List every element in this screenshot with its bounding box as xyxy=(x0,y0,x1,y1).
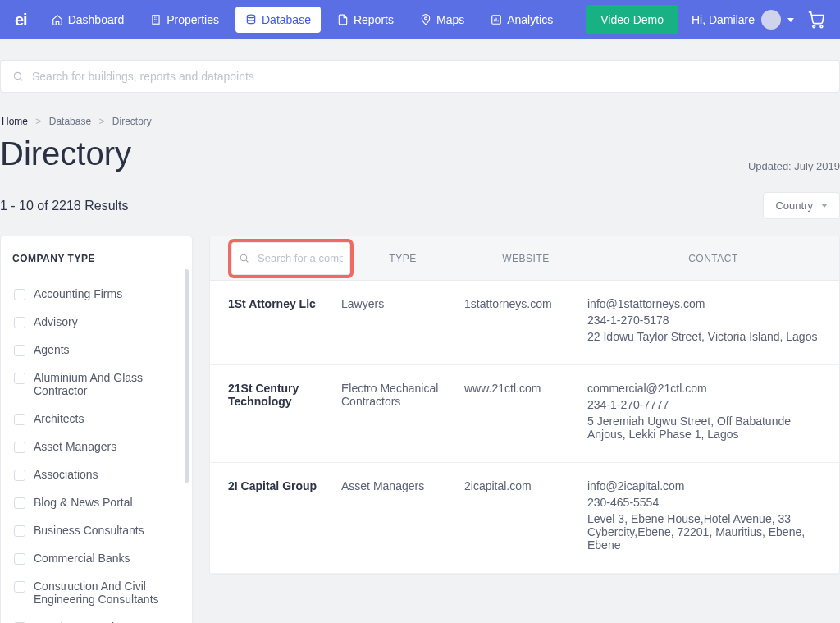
filter-item[interactable]: Development Finance xyxy=(12,613,180,623)
filter-label: Aluminium And Glass Contractor xyxy=(34,371,179,397)
filter-checkbox[interactable] xyxy=(14,289,25,300)
global-search-input[interactable] xyxy=(32,70,828,83)
filter-checkbox[interactable] xyxy=(14,470,25,481)
nav-right: Video Demo Hi, Damilare xyxy=(586,5,825,34)
user-greeting: Hi, Damilare xyxy=(692,13,755,26)
scrollbar-thumb[interactable] xyxy=(185,269,189,483)
chevron-right-icon: > xyxy=(35,116,41,127)
filter-checkbox[interactable] xyxy=(14,317,25,328)
filter-label: Blog & News Portal xyxy=(34,496,133,509)
filter-item[interactable]: Accounting Firms xyxy=(12,280,180,308)
filter-checkbox[interactable] xyxy=(14,497,25,509)
page-title: Directory xyxy=(0,135,131,172)
svg-rect-0 xyxy=(153,16,159,25)
nav-properties[interactable]: Properties xyxy=(140,7,229,33)
company-website[interactable]: www.21ctl.com xyxy=(464,382,587,395)
svg-point-5 xyxy=(820,25,823,28)
company-website[interactable]: 1stattorneys.com xyxy=(464,297,587,310)
filter-checkbox[interactable] xyxy=(14,373,25,384)
document-icon xyxy=(337,14,349,25)
company-website[interactable]: 2icapital.com xyxy=(464,479,587,492)
filter-item[interactable]: Advisory xyxy=(12,308,180,336)
filter-checkbox[interactable] xyxy=(14,442,25,453)
filter-checkbox[interactable] xyxy=(14,553,25,565)
contact-address: 5 Jeremiah Ugwu Street, Off Babatunde An… xyxy=(587,415,823,441)
svg-point-4 xyxy=(813,25,815,28)
chart-icon xyxy=(491,14,502,25)
company-name: 1St Attorney Llc xyxy=(210,297,341,310)
filter-item[interactable]: Construction And Civil Engineering Consu… xyxy=(12,572,180,613)
top-nav: ei Dashboard Properties Database Reports xyxy=(0,0,840,39)
filter-item[interactable]: Commercial Banks xyxy=(12,544,180,572)
nav-maps[interactable]: Maps xyxy=(410,7,474,33)
nav-analytics[interactable]: Analytics xyxy=(481,7,563,33)
scrollbar-track[interactable] xyxy=(185,269,189,623)
company-search-cell xyxy=(231,242,350,275)
filter-checkbox[interactable] xyxy=(14,525,25,537)
filter-list[interactable]: Accounting FirmsAdvisoryAgentsAluminium … xyxy=(12,280,180,623)
video-demo-button[interactable]: Video Demo xyxy=(586,5,678,34)
company-type: Lawyers xyxy=(341,297,464,310)
filter-checkbox[interactable] xyxy=(14,345,25,356)
main-content: COMPANY TYPE Accounting FirmsAdvisoryAge… xyxy=(0,236,840,623)
nav-items: Dashboard Properties Database Reports Ma… xyxy=(42,7,564,33)
company-contact: info@2icapital.com230-465-5554Level 3, E… xyxy=(587,479,839,555)
contact-phone: 234-1-270-5178 xyxy=(587,314,823,327)
title-bar: Directory Updated: July 2019 xyxy=(0,135,840,172)
table-row[interactable]: 2I Capital GroupAsset Managers2icapital.… xyxy=(210,463,839,574)
filter-item[interactable]: Agents xyxy=(12,336,180,364)
global-search-bar xyxy=(0,60,840,93)
company-type: Asset Managers xyxy=(341,479,464,492)
contact-email[interactable]: info@1stattorneys.com xyxy=(587,297,823,310)
filter-item[interactable]: Business Consultants xyxy=(12,516,180,544)
table-row[interactable]: 21St Century TechnologyElectro Mechanica… xyxy=(210,365,839,463)
filter-label: Construction And Civil Engineering Consu… xyxy=(34,579,179,606)
chevron-down-icon xyxy=(821,204,828,208)
col-header-type[interactable]: TYPE xyxy=(341,253,464,264)
breadcrumb-directory[interactable]: Directory xyxy=(112,116,152,127)
col-header-contact[interactable]: CONTACT xyxy=(587,253,839,264)
sidebar-heading: COMPANY TYPE xyxy=(12,253,180,273)
nav-database[interactable]: Database xyxy=(235,7,321,33)
nav-reports[interactable]: Reports xyxy=(327,7,404,33)
breadcrumb-database[interactable]: Database xyxy=(49,116,91,127)
filter-label: Asset Managers xyxy=(34,440,116,453)
nav-label: Analytics xyxy=(507,13,553,26)
filter-item[interactable]: Associations xyxy=(12,460,180,488)
nav-label: Dashboard xyxy=(68,13,125,26)
filter-label: Commercial Banks xyxy=(34,552,130,565)
svg-point-2 xyxy=(425,17,427,20)
filter-label: Business Consultants xyxy=(34,524,144,537)
filter-item[interactable]: Architects xyxy=(12,405,180,433)
user-menu[interactable]: Hi, Damilare xyxy=(692,10,794,30)
table-body: 1St Attorney LlcLawyers1stattorneys.comi… xyxy=(210,281,839,574)
contact-phone: 234-1-270-7777 xyxy=(587,398,823,411)
table-row[interactable]: 1St Attorney LlcLawyers1stattorneys.comi… xyxy=(210,281,839,365)
filter-checkbox[interactable] xyxy=(14,581,25,593)
database-icon xyxy=(245,14,257,25)
filter-checkbox[interactable] xyxy=(14,414,25,425)
contact-address: 22 Idowu Taylor Street, Victoria Island,… xyxy=(587,330,823,343)
breadcrumb: Home > Database > Directory xyxy=(0,116,840,127)
filter-item[interactable]: Aluminium And Glass Contractor xyxy=(12,364,180,405)
company-contact: info@1stattorneys.com234-1-270-517822 Id… xyxy=(587,297,839,346)
col-header-website[interactable]: WEBSITE xyxy=(464,253,587,264)
contact-email[interactable]: info@2icapital.com xyxy=(587,479,823,492)
cart-icon[interactable] xyxy=(807,11,825,29)
filter-label: Agents xyxy=(34,343,70,356)
filter-item[interactable]: Asset Managers xyxy=(12,433,180,460)
nav-dashboard[interactable]: Dashboard xyxy=(42,7,135,33)
company-contact: commercial@21ctl.com234-1-270-77775 Jere… xyxy=(587,382,839,444)
results-count: 1 - 10 of 2218 Results xyxy=(0,199,129,213)
chevron-right-icon: > xyxy=(98,116,104,127)
brand-logo: ei xyxy=(15,11,27,30)
filter-label: Architects xyxy=(34,412,84,425)
contact-email[interactable]: commercial@21ctl.com xyxy=(587,382,823,395)
nav-label: Database xyxy=(262,13,311,26)
filter-item[interactable]: Blog & News Portal xyxy=(12,488,180,516)
filter-label: Accounting Firms xyxy=(34,287,122,300)
country-select[interactable]: Country xyxy=(763,192,840,219)
svg-point-1 xyxy=(247,15,254,18)
company-search-input[interactable] xyxy=(258,252,343,264)
breadcrumb-home[interactable]: Home xyxy=(2,116,28,127)
